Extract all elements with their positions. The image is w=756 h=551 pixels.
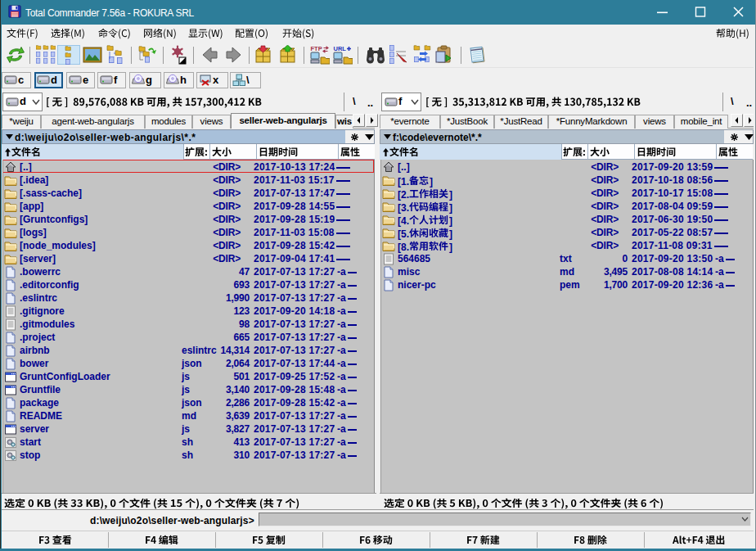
- svg-text:FTP: FTP: [311, 45, 322, 52]
- svg-text:URL: URL: [334, 45, 347, 52]
